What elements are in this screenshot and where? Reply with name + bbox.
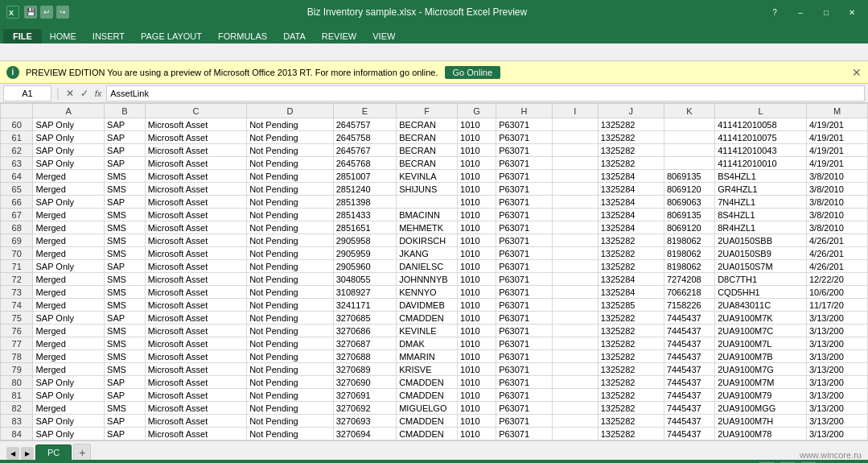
cell-78-a[interactable]: Merged [33, 350, 105, 363]
cell-61-j[interactable]: 1325282 [598, 131, 664, 144]
cell-78-j[interactable]: 1325282 [598, 350, 664, 363]
cell-76-b[interactable]: SMS [105, 325, 146, 337]
cell-60-a[interactable]: SAP Only [33, 118, 105, 131]
cell-84-k[interactable]: 7445437 [664, 428, 714, 440]
cell-62-a[interactable]: SAP Only [33, 144, 105, 157]
cell-75-b[interactable]: SAP [105, 312, 146, 325]
cell-80-m[interactable]: 3/13/200 [806, 376, 867, 389]
cell-84-g[interactable]: 1010 [458, 428, 496, 440]
cell-83-i[interactable] [552, 415, 598, 428]
cell-76-f[interactable]: KEVINLE [397, 325, 458, 337]
cell-71-d[interactable]: Not Pending [247, 260, 334, 273]
cell-76-m[interactable]: 3/13/200 [806, 325, 867, 337]
cell-74-h[interactable]: P63071 [496, 299, 553, 312]
cell-82-l[interactable]: 2UA9100MGG [715, 402, 807, 415]
cell-74-m[interactable]: 11/17/20 [806, 299, 867, 312]
cell-79-j[interactable]: 1325282 [598, 363, 664, 376]
cell-82-e[interactable]: 3270692 [333, 402, 396, 415]
cell-72-a[interactable]: Merged [33, 273, 105, 286]
cell-79-m[interactable]: 3/13/200 [806, 363, 867, 376]
cell-71-h[interactable]: P63071 [496, 260, 553, 273]
cell-79-c[interactable]: Microsoft Asset [145, 363, 247, 376]
minimize-button[interactable]: – [791, 5, 810, 19]
cell-72-c[interactable]: Microsoft Asset [145, 273, 247, 286]
cell-64-f[interactable]: KEVINLA [397, 170, 458, 183]
cell-83-b[interactable]: SAP [105, 415, 146, 428]
cell-67-f[interactable]: BMACINN [397, 209, 458, 221]
cell-83-h[interactable]: P63071 [496, 415, 553, 428]
cell-72-d[interactable]: Not Pending [247, 273, 334, 286]
cell-75-l[interactable]: 2UA9100M7K [715, 312, 807, 325]
col-header-b[interactable]: B [105, 104, 146, 118]
cell-75-m[interactable]: 3/13/200 [806, 312, 867, 325]
cell-78-h[interactable]: P63071 [496, 350, 553, 363]
formula-input[interactable] [106, 85, 865, 101]
cell-61-m[interactable]: 4/19/201 [806, 131, 867, 144]
cell-84-j[interactable]: 1325282 [598, 428, 664, 440]
cell-78-g[interactable]: 1010 [458, 350, 496, 363]
cell-62-g[interactable]: 1010 [458, 144, 496, 157]
cell-76-e[interactable]: 3270686 [333, 325, 396, 337]
cell-76-g[interactable]: 1010 [458, 325, 496, 337]
cell-71-k[interactable]: 8198062 [664, 260, 714, 273]
cell-82-c[interactable]: Microsoft Asset [145, 402, 247, 415]
cell-80-c[interactable]: Microsoft Asset [145, 376, 247, 389]
cell-64-e[interactable]: 2851007 [333, 170, 396, 183]
redo-icon[interactable]: ↪ [56, 6, 69, 19]
cell-61-b[interactable]: SAP [105, 131, 146, 144]
cell-72-f[interactable]: JOHNNNYB [397, 273, 458, 286]
cell-68-e[interactable]: 2851651 [333, 221, 396, 234]
cell-61-h[interactable]: P63071 [496, 131, 553, 144]
tab-review[interactable]: REVIEW [314, 29, 364, 43]
cell-77-f[interactable]: DMAK [397, 337, 458, 350]
cell-81-h[interactable]: P63071 [496, 389, 553, 402]
sheet-scroll-right[interactable]: ▶ [21, 447, 34, 460]
cell-60-e[interactable]: 2645757 [333, 118, 396, 131]
cell-68-m[interactable]: 3/8/2010 [806, 221, 867, 234]
cell-75-c[interactable]: Microsoft Asset [145, 312, 247, 325]
cell-78-c[interactable]: Microsoft Asset [145, 350, 247, 363]
cell-73-i[interactable] [552, 286, 598, 299]
cell-77-h[interactable]: P63071 [496, 337, 553, 350]
cell-84-c[interactable]: Microsoft Asset [145, 428, 247, 440]
cell-84-d[interactable]: Not Pending [247, 428, 334, 440]
cell-80-j[interactable]: 1325282 [598, 376, 664, 389]
cell-81-e[interactable]: 3270691 [333, 389, 396, 402]
cell-81-i[interactable] [552, 389, 598, 402]
cell-70-g[interactable]: 1010 [458, 247, 496, 260]
col-header-e[interactable]: E [333, 104, 396, 118]
cell-73-k[interactable]: 7066218 [664, 286, 714, 299]
cell-70-i[interactable] [552, 247, 598, 260]
cell-71-i[interactable] [552, 260, 598, 273]
save-icon[interactable]: 💾 [24, 6, 37, 19]
cell-65-d[interactable]: Not Pending [247, 183, 334, 196]
cell-71-j[interactable]: 1325282 [598, 260, 664, 273]
cell-66-m[interactable]: 3/8/2010 [806, 196, 867, 209]
cell-72-i[interactable] [552, 273, 598, 286]
cell-76-k[interactable]: 7445437 [664, 325, 714, 337]
cell-60-i[interactable] [552, 118, 598, 131]
cell-74-i[interactable] [552, 299, 598, 312]
cell-76-c[interactable]: Microsoft Asset [145, 325, 247, 337]
cell-63-i[interactable] [552, 157, 598, 170]
cell-84-m[interactable]: 3/13/200 [806, 428, 867, 440]
cell-72-m[interactable]: 12/22/20 [806, 273, 867, 286]
cell-63-d[interactable]: Not Pending [247, 157, 334, 170]
col-header-j[interactable]: J [598, 104, 664, 118]
cell-77-d[interactable]: Not Pending [247, 337, 334, 350]
cell-78-f[interactable]: MMARIN [397, 350, 458, 363]
cell-75-g[interactable]: 1010 [458, 312, 496, 325]
cell-61-i[interactable] [552, 131, 598, 144]
cell-70-a[interactable]: Merged [33, 247, 105, 260]
col-header-f[interactable]: F [397, 104, 458, 118]
cell-63-f[interactable]: BECRAN [397, 157, 458, 170]
cell-65-f[interactable]: SHIJUNS [397, 183, 458, 196]
cell-68-h[interactable]: P63071 [496, 221, 553, 234]
cell-65-a[interactable]: Merged [33, 183, 105, 196]
cell-69-a[interactable]: Merged [33, 234, 105, 247]
cell-80-l[interactable]: 2UA9100M7M [715, 376, 807, 389]
cell-69-m[interactable]: 4/26/201 [806, 234, 867, 247]
cell-67-k[interactable]: 8069135 [664, 209, 714, 221]
cell-83-j[interactable]: 1325282 [598, 415, 664, 428]
cell-73-l[interactable]: CQD5HH1 [715, 286, 807, 299]
